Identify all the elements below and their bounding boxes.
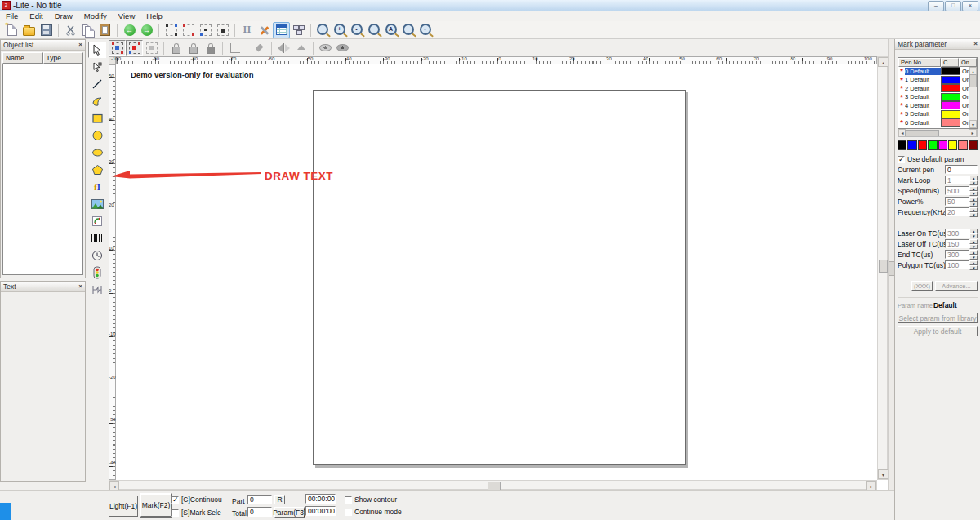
paste-icon[interactable] [96,22,114,38]
output-tool-icon[interactable] [88,264,106,281]
open-icon[interactable] [20,22,38,38]
object-property-icon[interactable] [273,22,290,38]
node-edit-tool-icon[interactable] [88,59,106,75]
spinner[interactable] [969,250,978,260]
current-pen-field[interactable]: 0 [945,165,978,174]
snap-object-icon[interactable] [126,40,143,56]
polygon-tool-icon[interactable] [88,162,106,178]
advance-button[interactable]: Advance... [935,281,978,291]
param-f3-button[interactable]: Param(F3) [274,507,305,518]
zoom-object-icon[interactable]: • [349,22,366,38]
curve-tool-icon[interactable] [88,93,106,109]
zoom-all-icon[interactable]: A [383,22,400,38]
param-field[interactable]: 150 [945,239,969,248]
ellipse-tool-icon[interactable] [88,144,106,161]
pen-col-header[interactable]: Pen No [898,58,941,67]
param-field[interactable]: 100 [945,260,969,269]
param-field[interactable]: 500 [945,186,969,195]
close-icon[interactable] [78,42,82,48]
pen-row[interactable]: 1 Default On [898,76,977,85]
snap-angle-icon[interactable] [143,40,160,56]
close-icon[interactable] [78,283,82,290]
menu-item[interactable]: Modify [78,11,113,20]
vertical-scrollbar-thumb[interactable] [879,260,888,273]
palette-color[interactable] [898,140,906,150]
mark-button[interactable]: Mark(F2) [140,493,172,518]
light-button[interactable]: Light(F1) [109,496,138,517]
select-tool-icon[interactable] [88,42,106,58]
new-icon[interactable] [3,22,20,38]
pen-row[interactable]: 5 Default On [898,110,977,119]
menu-item[interactable]: Draw [49,11,78,20]
fill-icon[interactable] [251,40,268,56]
menu-item[interactable]: View [113,11,140,20]
pen-table-hscrollbar[interactable]: ◂ ▸ [898,129,978,137]
snap-grid-icon[interactable] [109,40,126,56]
continue-mode-checkbox[interactable]: Continue mode [345,508,402,516]
zoom-page-icon[interactable]: ▫ [417,22,434,38]
spinner[interactable] [969,260,978,270]
barcode-tool-icon[interactable] [88,230,106,247]
part-field[interactable]: 0 [247,495,272,504]
select-invert-icon[interactable] [180,22,197,38]
line-tool-icon[interactable] [88,76,106,92]
lock-y-icon[interactable] [185,40,202,56]
spinner[interactable] [969,207,978,217]
column-header-name[interactable]: Name [2,52,43,64]
lock-x-icon[interactable] [167,40,185,56]
circle-tool-icon[interactable] [88,127,106,144]
zoom-in-icon[interactable]: + [332,22,349,38]
pen-table-scrollbar[interactable]: ▴ ▾ [969,67,977,128]
palette-color[interactable] [928,140,937,150]
mirror-vertical-icon[interactable] [292,40,310,56]
delay-tool-icon[interactable] [88,247,106,264]
spinner[interactable] [969,186,978,196]
object-browser-icon[interactable] [290,22,307,38]
pen-row[interactable]: 2 Default On [898,84,977,93]
tools-icon[interactable] [256,22,273,38]
move-origin-icon[interactable] [226,40,243,56]
palette-color[interactable] [938,140,947,150]
param-field[interactable]: 300 [945,250,969,259]
palette-color[interactable] [948,140,957,150]
column-header-type[interactable]: Type [43,52,84,64]
palette-color[interactable] [969,140,978,150]
mirror-horizontal-icon[interactable] [275,40,292,56]
param-field[interactable]: 50 [945,197,969,206]
continuous-checkbox[interactable]: [C]Continuou [172,496,222,504]
text-tool-icon[interactable]: fI [88,179,106,195]
color-col-header[interactable]: C... [941,58,959,67]
menu-item[interactable]: File [0,11,24,20]
palette-color[interactable] [958,140,967,150]
palette-color[interactable] [918,140,927,150]
mark-selected-checkbox[interactable]: [S]Mark Sele [172,509,221,517]
cut-icon[interactable] [62,22,79,38]
undo-icon[interactable]: ← [121,22,138,38]
select-object-icon[interactable] [214,22,231,38]
pen-row[interactable]: 0 Default On [898,67,977,76]
hatch-icon[interactable]: H [238,22,256,38]
param-field[interactable]: 300 [945,229,969,238]
pen-row[interactable]: 6 Default On [898,118,977,127]
redo-icon[interactable]: → [138,22,155,38]
preview-all-icon[interactable] [334,40,351,56]
show-contour-checkbox[interactable]: Show contour [345,496,397,504]
spinner[interactable] [969,239,978,249]
spinner[interactable] [969,197,978,207]
zoom-window-icon[interactable] [314,22,332,38]
reset-part-button[interactable]: R [274,495,285,504]
select-node-icon[interactable] [163,22,180,38]
select-pen-icon[interactable] [197,22,214,38]
menu-item[interactable]: Edit [24,11,48,20]
zoom-minus-icon[interactable]: − [400,22,417,38]
copy-icon[interactable] [79,22,96,38]
apply-to-default-button[interactable]: Apply to default [898,326,978,336]
cw-button[interactable]: (XXX) [911,281,933,291]
spinner[interactable] [969,176,978,185]
total-field[interactable]: 0 [247,507,272,517]
pen-row[interactable]: 4 Default On [898,101,977,110]
zoom-out-icon[interactable]: − [366,22,383,38]
preview-icon[interactable] [317,40,334,56]
param-field[interactable]: 20 [945,207,969,216]
pen-row[interactable]: 3 Default On [898,93,977,102]
